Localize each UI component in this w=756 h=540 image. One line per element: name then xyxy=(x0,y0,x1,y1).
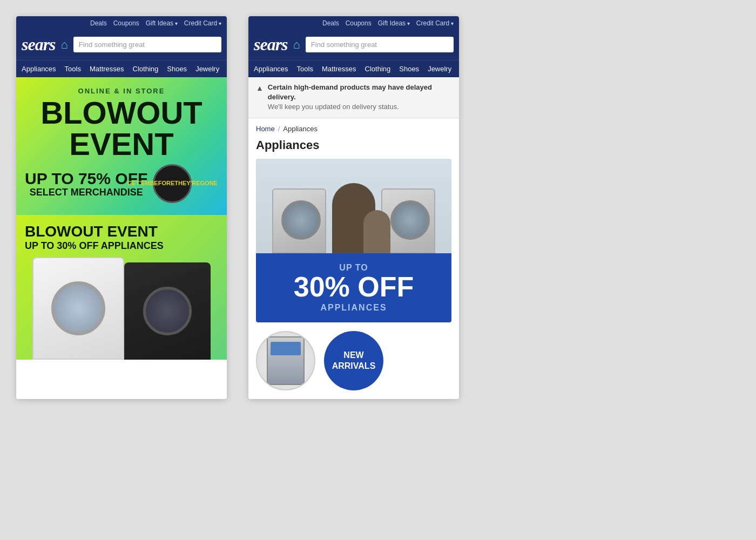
phone1-eyebrow: ONLINE & IN STORE xyxy=(25,87,218,95)
topbar-coupons-link[interactable]: Coupons xyxy=(113,19,139,27)
phone2-notification-text: Certain high-demand products may have de… xyxy=(268,83,451,112)
phone1-banner2-title: BLOWOUT EVENT xyxy=(25,224,218,240)
topbar-credit-card-link[interactable]: Credit Card xyxy=(184,19,221,27)
phone2-notification-main: Certain high-demand products may have de… xyxy=(268,83,451,102)
phone2-topbar: Deals Coupons Gift Ideas Credit Card xyxy=(248,16,459,30)
phone2-new-arrivals-text: NEWARRIVALS xyxy=(332,350,376,370)
phone1-category-nav: Appliances Tools Mattresses Clothing Sho… xyxy=(16,60,227,77)
phone1-topbar: Deals Coupons Gift Ideas Credit Card xyxy=(16,16,227,30)
phone1-off-line2: SELECT MERCHANDISE xyxy=(25,187,147,198)
phone2-promo-category: APPLIANCES xyxy=(265,303,443,313)
phone2-cat-shoes[interactable]: Shoes xyxy=(399,60,419,77)
topbar-gift-ideas-link[interactable]: Gift Ideas xyxy=(146,19,178,27)
phone1-home-icon: ⌂ xyxy=(61,38,68,52)
phone1-blowout-banner-2: BLOWOUT EVENT UP TO 30% OFF APPLIANCES xyxy=(16,215,227,360)
phone-1: Deals Coupons Gift Ideas Credit Card sea… xyxy=(16,16,227,399)
phone1-search-input[interactable]: Find something great xyxy=(73,37,221,52)
phone1-cat-appliances[interactable]: Appliances xyxy=(22,60,56,77)
phone2-logo-search: sears ⌂ Find something great xyxy=(248,30,459,60)
phone1-dryer-drum xyxy=(143,287,192,335)
phone2-cat-jewelry[interactable]: Jewelry xyxy=(428,60,451,77)
phone2-notification-bar: ▲ Certain high-demand products may have … xyxy=(248,77,459,118)
phone1-cat-jewelry[interactable]: Jewelry xyxy=(195,60,219,77)
phone2-notification-sub: We'll keep you updated on delivery statu… xyxy=(268,102,451,112)
phone2-category-nav: Appliances Tools Mattresses Clothing Sho… xyxy=(248,60,459,77)
phone1-appliance-row xyxy=(25,257,218,360)
phone2-cat-clothing[interactable]: Clothing xyxy=(365,60,391,77)
phone2-breadcrumb-current: Appliances xyxy=(283,125,318,133)
phone2-promo-discount: 30% OFF xyxy=(265,273,443,301)
phone2-topbar-deals-link[interactable]: Deals xyxy=(322,19,339,27)
page-container: Deals Coupons Gift Ideas Credit Card sea… xyxy=(16,16,740,399)
phone1-washer-drum xyxy=(51,281,105,335)
phone2-new-arrivals-badge[interactable]: NEWARRIVALS xyxy=(324,331,383,390)
phone2-cat-appliances[interactable]: Appliances xyxy=(254,60,288,77)
phone1-cat-clothing[interactable]: Clothing xyxy=(133,60,159,77)
phone1-logo: sears xyxy=(22,35,56,55)
phone2-new-arrivals-row: NEWARRIVALS xyxy=(248,322,459,399)
phone2-cat-mattresses[interactable]: Mattresses xyxy=(322,60,356,77)
phone2-fridge-circle xyxy=(256,331,315,390)
topbar-deals-link[interactable]: Deals xyxy=(90,19,107,27)
phone1-blowout-line2: EVENT xyxy=(25,129,218,160)
phone2-breadcrumb-separator: / xyxy=(278,125,280,133)
phone1-dryer xyxy=(124,262,211,360)
phone2-laundry-scene xyxy=(256,159,451,253)
phone2-search-input[interactable]: Find something great xyxy=(306,37,454,52)
phone2-child-silhouette xyxy=(363,210,390,253)
phone1-cat-shoes[interactable]: Shoes xyxy=(167,60,187,77)
phone2-logo: sears xyxy=(254,35,288,55)
phone2-scene-washer xyxy=(272,188,326,253)
phone2-topbar-gift-ideas-link[interactable]: Gift Ideas xyxy=(378,19,410,27)
phone2-home-icon: ⌂ xyxy=(293,38,300,52)
phone1-logo-search: sears ⌂ Find something great xyxy=(16,30,227,60)
phone-2: Deals Coupons Gift Ideas Credit Card sea… xyxy=(248,16,459,399)
phone2-appliance-photo xyxy=(256,159,451,253)
phone1-washer xyxy=(32,257,124,360)
phone2-fridge-shape xyxy=(267,336,305,385)
phone1-cat-mattresses[interactable]: Mattresses xyxy=(90,60,124,77)
phone2-breadcrumb-home[interactable]: Home xyxy=(256,125,275,133)
phone1-banner2-subtitle: UP TO 30% OFF APPLIANCES xyxy=(25,240,218,252)
phone2-cat-tools[interactable]: Tools xyxy=(297,60,313,77)
phone1-blowout-banner-1: ONLINE & IN STORE BLOWOUT EVENT UP TO 75… xyxy=(16,77,227,215)
phone2-topbar-credit-card-link[interactable]: Credit Card xyxy=(416,19,454,27)
phone1-stamp: GET'EM BEFORE THEY'RE GONE xyxy=(153,164,192,203)
phone2-page-title: Appliances xyxy=(248,136,459,159)
phone2-breadcrumb: Home / Appliances xyxy=(248,118,459,136)
phone2-topbar-coupons-link[interactable]: Coupons xyxy=(346,19,372,27)
phone2-appliance-promo: UP TO 30% OFF APPLIANCES xyxy=(256,159,451,322)
phone1-cat-tools[interactable]: Tools xyxy=(65,60,81,77)
phone1-blowout-line1: BLOWOUT xyxy=(25,97,218,129)
phone2-blue-promo: UP TO 30% OFF APPLIANCES xyxy=(256,253,451,322)
phone2-chevron-up-icon[interactable]: ▲ xyxy=(256,84,264,92)
